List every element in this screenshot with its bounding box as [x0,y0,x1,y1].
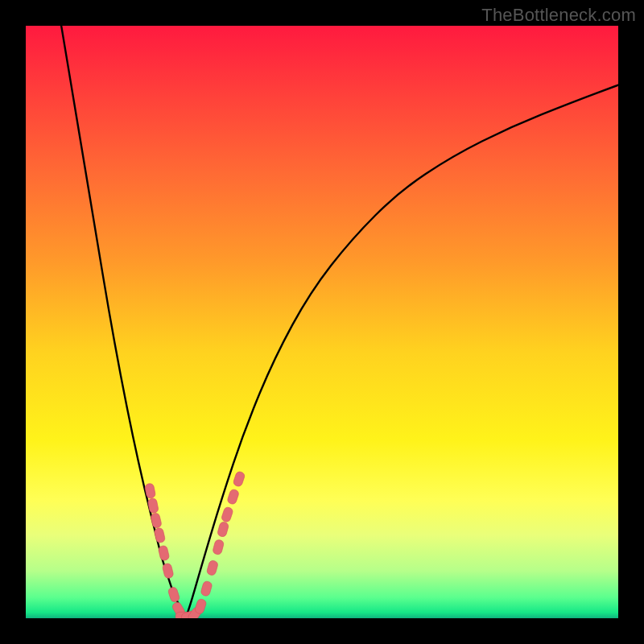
curve-marker [162,563,174,579]
plot-area [26,26,618,618]
curve-marker [221,506,233,523]
curve-marker [233,471,246,488]
chart-stage: TheBottleneck.com [0,0,644,644]
curve-right-branch [186,85,618,618]
curve-layer [26,26,618,618]
curve-marker [217,521,229,537]
marker-group [144,471,246,618]
curve-marker [206,559,219,576]
curve-marker [194,598,207,615]
curve-marker [200,580,213,597]
curve-marker [150,513,162,529]
curve-marker [158,545,170,561]
curve-left-branch [61,26,186,618]
curve-marker [227,489,240,506]
curve-marker [213,539,225,555]
curve-marker [167,586,180,602]
curve-marker [154,527,166,543]
watermark-text: TheBottleneck.com [481,5,636,26]
